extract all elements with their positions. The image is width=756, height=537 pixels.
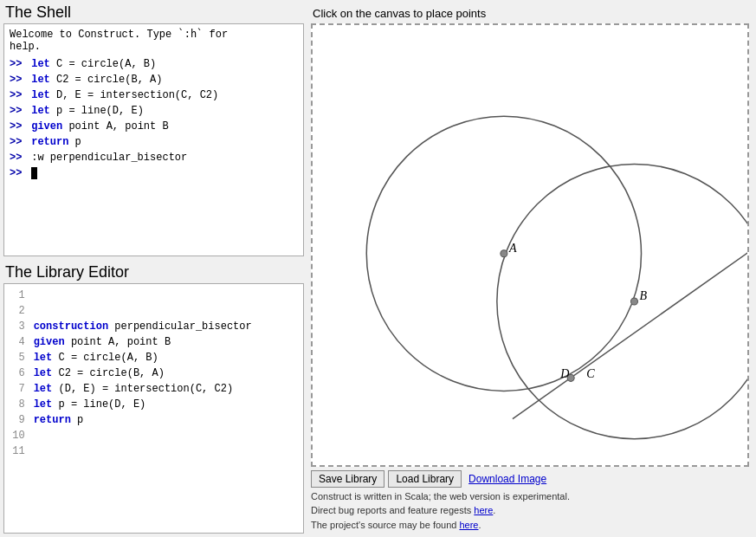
library-row: 4 given point A, point B — [6, 334, 301, 350]
line-number: 5 — [6, 350, 32, 366]
code-line — [32, 443, 301, 459]
shell-line: >> let p = line(D, E) — [10, 103, 298, 119]
canvas-area[interactable]: A B D C E C2 p — [311, 23, 749, 467]
shell-line: >> return p — [10, 134, 298, 150]
svg-point-5 — [630, 298, 637, 305]
library-row: 1 — [6, 288, 301, 303]
shell-line: >> let D, E = intersection(C, C2) — [10, 87, 298, 103]
line-number: 1 — [6, 288, 32, 303]
shell-welcome: Welcome to Construct. Type `:h` forhelp. — [10, 28, 298, 53]
footer-line3: The project's source may be found — [311, 520, 459, 530]
library-row: 3 construction perpendicular_bisector — [6, 319, 301, 334]
shell-content[interactable]: Welcome to Construct. Type `:h` forhelp.… — [3, 23, 304, 256]
download-image-link[interactable]: Download Image — [465, 471, 550, 487]
load-library-button[interactable]: Load Library — [388, 470, 462, 488]
shell-code: let C2 = circle(B, A) — [25, 72, 162, 87]
svg-text:A: A — [508, 241, 517, 255]
library-row: 7 let (D, E) = intersection(C, C2) — [6, 381, 301, 397]
footer-link2[interactable]: here — [459, 520, 478, 530]
shell-code: let p = line(D, E) — [25, 103, 144, 119]
shell-prompt: >> — [10, 72, 25, 87]
shell-code: let C = circle(A, B) — [25, 56, 156, 72]
shell-prompt: >> — [10, 150, 25, 165]
library-row: 5 let C = circle(A, B) — [6, 350, 301, 366]
shell-line: >> :w perpendicular_bisector — [10, 150, 298, 165]
library-table: 1 2 3 construction perpendicular_bisecto… — [6, 288, 301, 459]
library-row: 11 — [6, 443, 301, 459]
canvas-buttons: Save Library Load Library Download Image — [311, 467, 749, 489]
line-number: 2 — [6, 303, 32, 319]
svg-text:C: C — [586, 366, 595, 380]
library-title: The Library Editor — [0, 260, 307, 283]
library-row: 9 return p — [6, 412, 301, 428]
library-content[interactable]: 1 2 3 construction perpendicular_bisecto… — [3, 283, 304, 534]
code-line — [32, 303, 301, 319]
svg-line-2 — [513, 106, 747, 418]
shell-prompt: >> — [10, 165, 25, 181]
code-line: let C2 = circle(B, A) — [32, 366, 301, 381]
footer-line1: Construct is written in Scala; the web v… — [311, 491, 570, 501]
line-number: 6 — [6, 366, 32, 381]
shell-line: >> given point A, point B — [10, 119, 298, 134]
line-number: 4 — [6, 334, 32, 350]
code-line: construction perpendicular_bisector — [32, 319, 301, 334]
code-line: given point A, point B — [32, 334, 301, 350]
line-number: 8 — [6, 397, 32, 412]
library-row: 6 let C2 = circle(B, A) — [6, 366, 301, 381]
code-line: let p = line(D, E) — [32, 397, 301, 412]
library-row: 10 — [6, 428, 301, 443]
code-line: let (D, E) = intersection(C, C2) — [32, 381, 301, 397]
code-line — [32, 288, 301, 303]
shell-prompt: >> — [10, 119, 25, 134]
code-line: let C = circle(A, B) — [32, 350, 301, 366]
shell-title: The Shell — [0, 0, 307, 23]
shell-prompt: >> — [10, 103, 25, 119]
shell-prompt: >> — [10, 56, 25, 72]
shell-code: :w perpendicular_bisector — [25, 150, 187, 165]
library-row: 8 let p = line(D, E) — [6, 397, 301, 412]
line-number: 9 — [6, 412, 32, 428]
canvas-instruction: Click on the canvas to place points — [311, 3, 749, 23]
shell-prompt: >> — [10, 134, 25, 150]
shell-code: let D, E = intersection(C, C2) — [25, 87, 218, 103]
shell-cursor-line: >> — [10, 165, 298, 181]
library-row: 2 — [6, 303, 301, 319]
code-line — [32, 428, 301, 443]
svg-text:B: B — [640, 288, 648, 302]
canvas-svg: A B D C E C2 p — [313, 25, 747, 465]
shell-code: given point A, point B — [25, 119, 169, 134]
svg-text:p: p — [746, 294, 747, 308]
line-number: 3 — [6, 319, 32, 334]
code-line: return p — [32, 412, 301, 428]
svg-point-1 — [497, 164, 747, 438]
line-number: 10 — [6, 428, 32, 443]
save-library-button[interactable]: Save Library — [311, 470, 384, 488]
footer-text: Construct is written in Scala; the web v… — [311, 489, 749, 534]
shell-line: >> let C2 = circle(B, A) — [10, 72, 298, 87]
shell-code: return p — [25, 134, 81, 150]
footer-line2: Direct bug reports and feature regests — [311, 505, 474, 515]
line-number: 11 — [6, 443, 32, 459]
line-number: 7 — [6, 381, 32, 397]
footer-link1[interactable]: here — [474, 505, 493, 515]
shell-line: >> let C = circle(A, B) — [10, 56, 298, 72]
shell-code — [25, 165, 37, 181]
svg-point-3 — [501, 250, 507, 257]
shell-prompt: >> — [10, 87, 25, 103]
svg-text:D: D — [559, 366, 569, 380]
